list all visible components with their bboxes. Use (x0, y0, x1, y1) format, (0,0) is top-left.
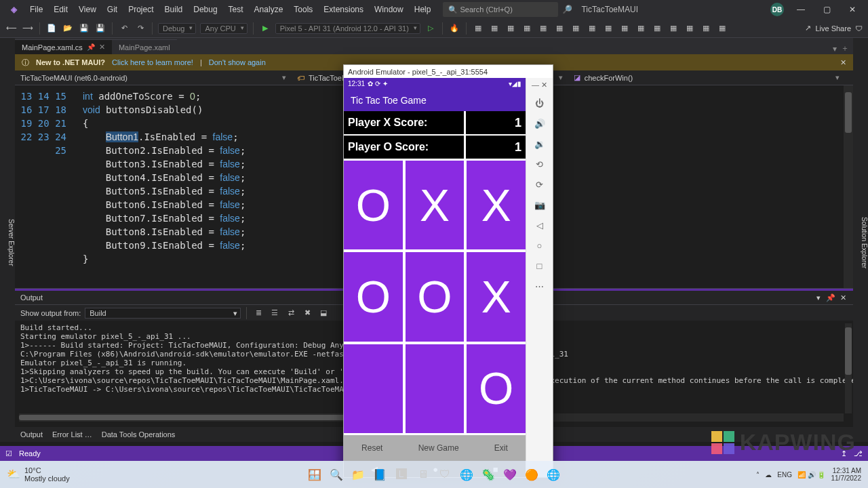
volume-up-icon[interactable]: 🔊 (533, 117, 547, 130)
menu-edit[interactable]: Edit (48, 2, 73, 17)
weather-widget[interactable]: ⛅ 10°CMostly cloudy (7, 466, 70, 483)
overview-icon[interactable]: □ (533, 259, 547, 272)
toolbar-icon[interactable]: ▦ (684, 22, 696, 35)
emu-min-icon[interactable]: — ✕ (532, 81, 547, 89)
config-combo[interactable]: Debug (158, 23, 196, 34)
close-icon[interactable]: ✕ (844, 5, 861, 14)
tray-cloud-icon[interactable]: ☁ (765, 471, 772, 479)
toolbar-icon[interactable]: ▦ (553, 22, 566, 35)
taskbar-app-icon[interactable]: 🪟 (306, 466, 323, 483)
tray-wifi-icon[interactable]: 📶 🔊 🔋 (797, 471, 826, 479)
rotate-left-icon[interactable]: ⟲ (533, 157, 547, 171)
toolbar-icon[interactable]: ▦ (521, 22, 533, 35)
rotate-right-icon[interactable]: ⟳ (533, 178, 547, 191)
tray-lang[interactable]: ENG (777, 471, 792, 479)
menu-window[interactable]: Window (369, 2, 409, 17)
toolbar-icon[interactable]: ▦ (618, 22, 631, 35)
menu-view[interactable]: View (73, 2, 102, 17)
panel-dropdown-icon[interactable]: ▾ (814, 293, 823, 302)
output-tool-icon[interactable]: ⬓ (317, 307, 330, 319)
info-dismiss[interactable]: Don't show again (209, 58, 266, 66)
menu-help[interactable]: Help (409, 2, 437, 17)
target-combo[interactable]: Pixel 5 - API 31 (Android 12.0 - API 31) (275, 23, 420, 34)
board-cell-4[interactable]: O (344, 252, 403, 341)
menu-git[interactable]: Git (102, 2, 123, 17)
output-tool-icon[interactable]: ☰ (269, 307, 281, 319)
nav-fwd-icon[interactable]: ⟶ (22, 22, 34, 35)
toolbar-icon[interactable]: ▦ (651, 22, 663, 35)
left-tool-rail[interactable]: Server ExplorerToolbox (0, 38, 15, 442)
toolbar-icon[interactable]: ▦ (700, 22, 712, 35)
new-item-icon[interactable]: 📄 (45, 22, 58, 35)
info-link[interactable]: Click here to learn more! (112, 58, 193, 66)
more-icon[interactable]: ⋯ (533, 279, 547, 293)
admin-icon[interactable]: 🛡 (855, 24, 863, 33)
board-cell-5[interactable]: O (406, 252, 465, 341)
emulator-titlebar[interactable]: Android Emulator - pixel_5_-_api_31:5554 (344, 65, 553, 78)
toolbar-icon[interactable]: ▦ (716, 22, 728, 35)
output-clear-icon[interactable]: ✖ (301, 307, 313, 319)
save-all-icon[interactable]: 💾 (94, 22, 106, 35)
search-submit-icon[interactable]: 🔎 (561, 5, 573, 14)
board-cell-8[interactable] (406, 344, 465, 433)
taskbar-app-icon[interactable]: 🌐 (545, 466, 562, 483)
panel-close-icon[interactable]: ✕ (838, 293, 848, 302)
board-cell-9[interactable]: O (467, 344, 526, 433)
taskbar-app-icon[interactable]: 🦠 (479, 466, 497, 483)
tab-add-icon[interactable]: ＋ (841, 43, 849, 54)
toolbar-icon[interactable]: ▦ (635, 22, 647, 35)
menu-build[interactable]: Build (159, 2, 189, 17)
menu-test[interactable]: Test (223, 2, 249, 17)
user-badge[interactable]: DB (770, 3, 784, 16)
tray-clock[interactable]: 12:31 AM11/7/2022 (831, 467, 862, 482)
menu-file[interactable]: File (24, 2, 48, 17)
pin-icon[interactable]: 📌 (87, 43, 95, 51)
tray-chevron-icon[interactable]: ˄ (756, 471, 760, 479)
right-tool-rail[interactable]: Solution ExplorerProperties (853, 38, 868, 442)
menu-debug[interactable]: Debug (188, 2, 222, 17)
maximize-icon[interactable]: ▢ (818, 5, 835, 14)
taskbar-app-icon[interactable]: 🖥 (414, 466, 432, 483)
taskbar-app-icon[interactable]: 📁 (349, 466, 367, 483)
output-source-combo[interactable]: Build (85, 308, 241, 319)
menu-analyze[interactable]: Analyze (249, 2, 289, 17)
exit-button[interactable]: Exit (494, 443, 508, 453)
search-box[interactable]: 🔍 Search (Ctrl+Q) (443, 2, 558, 17)
editor-scrollbar[interactable] (844, 85, 853, 288)
volume-down-icon[interactable]: 🔉 (533, 137, 547, 150)
taskbar-app-icon[interactable]: 🟠 (523, 466, 540, 483)
menu-tools[interactable]: Tools (288, 2, 318, 17)
toolbar-icon[interactable]: ▦ (488, 22, 500, 35)
run-icon[interactable]: ▶ (259, 22, 271, 35)
output-tool-icon[interactable]: ≣ (252, 307, 264, 319)
menu-project[interactable]: Project (123, 2, 159, 17)
tab-close-icon[interactable]: ✕ (99, 43, 105, 52)
toolbar-icon[interactable]: ▦ (570, 22, 582, 35)
save-icon[interactable]: 💾 (78, 22, 90, 35)
board-cell-6[interactable]: X (467, 252, 526, 341)
redo-icon[interactable]: ↷ (134, 22, 146, 35)
power-icon[interactable]: ⏻ (533, 96, 547, 110)
back-icon[interactable]: ◁ (533, 218, 547, 232)
platform-combo[interactable]: Any CPU (200, 23, 247, 34)
emulator-screen[interactable]: 12:31✿ ⟳ ✦▾◢▮ Tic Tac Toe Game Player X … (344, 78, 526, 477)
live-share-button[interactable]: Live Share (815, 24, 851, 33)
tab-inactive[interactable]: MainPage.xaml (112, 39, 177, 54)
toolbar-icon[interactable]: ▦ (537, 22, 549, 35)
taskbar-app-icon[interactable]: 💜 (501, 466, 519, 483)
home-icon[interactable]: ○ (533, 239, 547, 252)
board-cell-3[interactable]: X (467, 161, 526, 249)
board-cell-1[interactable]: O (344, 161, 403, 249)
hot-reload-icon[interactable]: 🔥 (448, 22, 460, 35)
output-tool-icon[interactable]: ⇄ (285, 307, 297, 319)
taskbar-app-icon[interactable]: 🌐 (458, 466, 475, 483)
taskbar-app-icon[interactable]: 🅻 (393, 466, 410, 483)
tab-active[interactable]: MainPage.xaml.cs📌✕ (15, 39, 112, 54)
toolbar-icon[interactable]: ▦ (667, 22, 679, 35)
nav-project[interactable]: TicTacToeMAUI (net6.0-android) (15, 73, 292, 82)
windows-taskbar[interactable]: ⛅ 10°CMostly cloudy 🪟🔍📁📘🅻🖥🛡🌐🦠💜🟠🌐 ˄ ☁ ENG… (0, 461, 868, 488)
toolbar-icon[interactable]: ▦ (602, 22, 614, 35)
newgame-button[interactable]: New Game (418, 443, 459, 453)
reset-button[interactable]: Reset (361, 443, 382, 453)
toolbar-icon[interactable]: ▦ (472, 22, 484, 35)
